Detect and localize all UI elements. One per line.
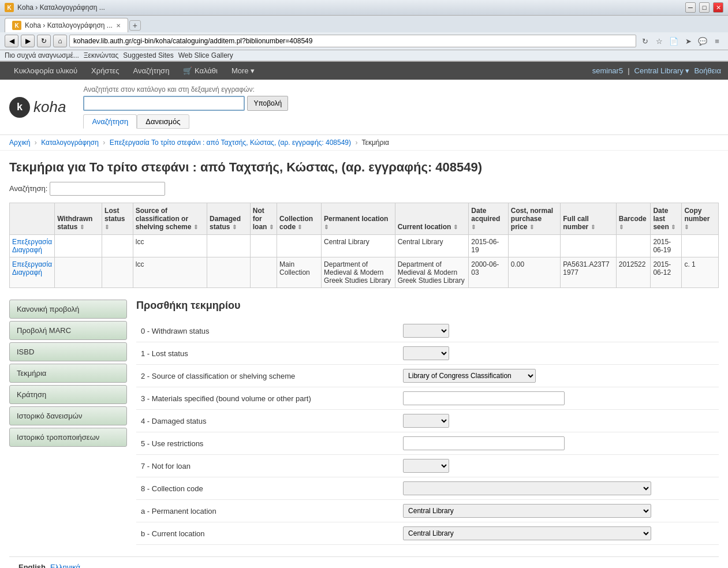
nav-cart[interactable]: 🛒 Καλάθι [176, 62, 225, 80]
close-button[interactable]: ✕ [713, 2, 723, 13]
col-damaged[interactable]: Damaged status ⇕ [207, 203, 251, 235]
col-barcode[interactable]: Barcode ⇕ [616, 203, 651, 235]
refresh-button[interactable]: ↻ [37, 35, 51, 47]
col-collection[interactable]: Collection code ⇕ [277, 203, 322, 235]
col-call-number[interactable]: Full call number ⇕ [561, 203, 617, 235]
row-collection-1 [277, 235, 322, 257]
maximize-button[interactable]: □ [699, 2, 710, 13]
breadcrumb-current: Τεκμήρια [362, 139, 389, 147]
catalog-search-input[interactable] [83, 96, 245, 111]
header: k koha Αναζητήστε στον κατάλογο και στη … [0, 80, 728, 135]
minimize-button[interactable]: ─ [685, 2, 696, 13]
col-withdrawn[interactable]: Withdrawn status ⇕ [55, 203, 102, 235]
nav-users[interactable]: Χρήστες [84, 62, 126, 80]
nav-more[interactable]: More ▾ [225, 62, 262, 80]
refresh-icon[interactable]: ↻ [639, 35, 651, 47]
lang-english[interactable]: English [18, 563, 46, 568]
tab-loans[interactable]: Δανεισμός [137, 114, 189, 129]
bookmark-start[interactable]: Ξεκινώντας [84, 51, 118, 59]
nav-icon[interactable]: ➤ [682, 35, 695, 47]
row-perm-loc-1: Central Library [322, 235, 395, 257]
browser-tab-active[interactable]: K Koha › Καταλογογράφηση ... ✕ [5, 18, 128, 32]
form-field-permanent-location: Central Library Department of Medieval &… [398, 500, 719, 522]
delete-link-2[interactable]: Διαγραφή [12, 268, 52, 276]
nav-help-link[interactable]: Βοήθεια [694, 66, 721, 75]
menu-icon[interactable]: ≡ [711, 35, 723, 47]
edit-link-1[interactable]: Επεξεργασία [12, 238, 52, 246]
sidebar-btn-hold[interactable]: Κράτηση [9, 385, 127, 404]
select-withdrawn[interactable] [403, 324, 449, 338]
search-row: Υποβολή [83, 96, 719, 111]
breadcrumb-edit[interactable]: Επεξεργασία [110, 139, 150, 147]
back-button[interactable]: ◀ [5, 35, 18, 47]
row-damaged-2 [207, 257, 251, 288]
select-damaged[interactable] [403, 414, 449, 428]
home-button[interactable]: ⌂ [53, 35, 67, 47]
sidebar-btn-isbd[interactable]: ISBD [9, 342, 127, 361]
row-source-class-2: lcc [133, 257, 207, 288]
url-input[interactable] [69, 35, 636, 47]
breadcrumb-cataloging[interactable]: Καταλογογράφηση [41, 139, 99, 147]
new-tab-button[interactable]: + [129, 20, 141, 31]
form-field-collection-code: Main Collection [398, 477, 719, 500]
select-class-scheme[interactable]: Library of Congress Classification Dewey… [403, 369, 536, 383]
page-icon[interactable]: 📄 [667, 35, 680, 47]
bookmark-webslice[interactable]: Web Slice Gallery [178, 51, 233, 59]
col-current-loc[interactable]: Current location ⇕ [395, 203, 469, 235]
input-materials[interactable] [403, 391, 565, 405]
form-label-use-restrictions: 5 - Use restrictions [136, 432, 398, 455]
select-permanent-location[interactable]: Central Library Department of Medieval &… [403, 504, 651, 518]
top-nav-right: seminar5 | Central Library ▾ Βοήθεια [592, 66, 721, 75]
tab-close-icon[interactable]: ✕ [116, 23, 121, 29]
select-current-location[interactable]: Central Library Department of Medieval &… [403, 526, 651, 540]
forward-button[interactable]: ▶ [21, 35, 35, 47]
breadcrumb-record-link[interactable]: Το τρίτο στεφάνι : από Ταχτσής, Κώστας, … [151, 139, 351, 147]
edit-link-2[interactable]: Επεξεργασία [12, 260, 52, 268]
nav-user-link[interactable]: seminar5 [592, 66, 623, 75]
select-not-for-loan[interactable] [403, 459, 449, 473]
sidebar-btn-normal-view[interactable]: Κανονική προβολή [9, 300, 127, 319]
bottom-section: Κανονική προβολή Προβολή MARC ISBD Τεκμή… [9, 300, 719, 545]
col-permanent-loc[interactable]: Permanent location ⇕ [322, 203, 395, 235]
col-date-last-seen[interactable]: Date last seen ⇕ [651, 203, 682, 235]
browser-chrome: K Koha › Καταλογογράφηση ... ─ □ ✕ K Koh… [0, 0, 728, 62]
sidebar-btn-loan-history[interactable]: Ιστορικό δανεισμών [9, 406, 127, 425]
nav-circulation[interactable]: Κυκλοφορία υλικού [7, 62, 84, 80]
col-date-acquired[interactable]: Date acquired ⇕ [469, 203, 509, 235]
tab-search[interactable]: Αναζήτηση [83, 114, 137, 129]
top-nav: Κυκλοφορία υλικού Χρήστες Αναζήτηση 🛒 Κα… [0, 62, 728, 80]
col-lost[interactable]: Lost status ⇕ [102, 203, 133, 235]
catalog-search-button[interactable]: Υποβολή [247, 96, 288, 111]
row-cost-2: 0.00 [508, 257, 560, 288]
tab-favicon: K [12, 21, 21, 30]
breadcrumb-record[interactable]: Το τρίτο στεφάνι : από Ταχτσής, Κώστας, … [151, 139, 353, 147]
col-not-for-loan[interactable]: Not for loan ⇕ [250, 203, 277, 235]
chat-icon[interactable]: 💬 [696, 35, 709, 47]
row-date-acq-1: 2015-06-19 [469, 235, 509, 257]
nav-library-link[interactable]: Central Library ▾ [634, 66, 690, 75]
select-collection-code[interactable]: Main Collection [403, 481, 651, 495]
tab-title: Koha › Καταλογογράφηση ... [25, 21, 113, 29]
star-icon[interactable]: ☆ [653, 35, 666, 47]
col-cost[interactable]: Cost, normal purchase price ⇕ [508, 203, 560, 235]
sidebar-btn-mod-history[interactable]: Ιστορικό τροποποιήσεων [9, 428, 127, 447]
col-copy-number[interactable]: Copy number ⇕ [682, 203, 719, 235]
col-source-class[interactable]: Source of classification or shelving sch… [133, 203, 207, 235]
row-lost-1 [102, 235, 133, 257]
logo-icon: k [9, 97, 30, 118]
sidebar-btn-marc[interactable]: Προβολή MARC [9, 321, 127, 340]
bookmark-frequent[interactable]: Πιο συχνά αναγνωσμέ... [5, 51, 79, 59]
table-search-input[interactable] [50, 182, 165, 196]
sidebar-btn-items[interactable]: Τεκμήρια [9, 364, 127, 383]
nav-search[interactable]: Αναζήτηση [126, 62, 177, 80]
form-row-damaged: 4 - Damaged status [136, 410, 719, 432]
select-lost[interactable] [403, 346, 449, 360]
bookmark-suggested[interactable]: Suggested Sites [123, 51, 173, 59]
header-search: Αναζητήστε στον κατάλογο και στη δεξαμεν… [83, 85, 719, 129]
lang-greek[interactable]: Ελληνικά [50, 563, 80, 568]
row-withdrawn-2 [55, 257, 102, 288]
breadcrumb-home[interactable]: Αρχική [9, 139, 30, 147]
form-field-class-scheme: Library of Congress Classification Dewey… [398, 365, 719, 387]
delete-link-1[interactable]: Διαγραφή [12, 246, 52, 254]
input-use-restrictions[interactable] [403, 436, 565, 450]
